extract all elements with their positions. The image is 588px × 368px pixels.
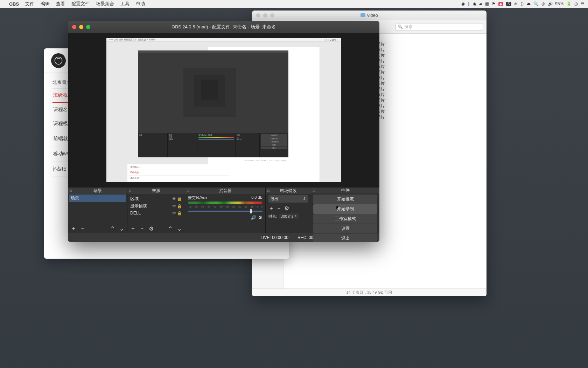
status-clock-icon[interactable]: ◷ — [574, 1, 578, 6]
source-add-icon[interactable]: ＋ — [130, 225, 136, 232]
status-volume-icon[interactable]: 🔊 — [548, 1, 553, 6]
eye-icon[interactable]: 👁 — [172, 204, 176, 209]
start-stream-button[interactable]: 开始推流 — [313, 195, 377, 204]
settings-button[interactable]: 设置 — [313, 224, 377, 233]
finder-title: video — [252, 13, 486, 18]
transition-gear-icon[interactable]: ⚙︎ — [284, 205, 289, 212]
status-live: LIVE: 00:00:00 — [260, 235, 288, 240]
source-item[interactable]: 区域👁🔒 — [130, 195, 182, 203]
panel-title-sources: 来源 — [152, 188, 160, 194]
battery-percent: 95% — [555, 1, 564, 6]
status-eject-icon[interactable]: ⏏ — [527, 1, 531, 6]
panel-transitions: ⊡转场特效 淡出⇕ ＋ － ⚙︎ 时长: 300 ms ⇕ — [266, 188, 311, 233]
status-wifi-icon[interactable]: ◎ — [541, 1, 545, 6]
transition-add-icon[interactable]: ＋ — [268, 205, 274, 212]
speaker-icon[interactable]: 🔊 — [251, 215, 256, 220]
status-search-icon[interactable]: 🔍 — [533, 1, 539, 6]
svg-point-0 — [55, 57, 62, 64]
menu-scene-collection[interactable]: 场景集合 — [96, 1, 114, 7]
status-grid-icon[interactable]: ▦ — [485, 1, 489, 6]
panel-title-scenes: 场景 — [93, 188, 102, 194]
menubar: OBS 文件 编辑 查看 配置文件 场景集合 工具 帮助 ◉ ᛒ ◉ ▰ ▦ ⚑… — [0, 0, 588, 8]
duration-spinner[interactable]: 300 ms ⇕ — [279, 213, 299, 219]
panel-title-controls: 控件 — [341, 188, 350, 193]
exit-button[interactable]: 退出 — [313, 234, 377, 242]
mixer-track: 麦克风/Aux — [188, 195, 207, 200]
scene-item[interactable]: 场景 — [69, 195, 126, 202]
duration-label: 时长: — [268, 214, 277, 219]
status-cc-icon[interactable]: ◉ — [473, 1, 476, 6]
obs-panels: ⊡场景 场景 ＋ － ⌃ ⌄ ⊡来源 区域👁🔒 显示捕获👁🔒 DELL👁🔒 — [68, 187, 379, 233]
panel-mixer: ⊡混音器 麦克风/Aux0.0 dB -60-55-50-45-40-35-30… — [185, 188, 266, 233]
status-brackets-icon[interactable]: ⟨⟩ — [520, 1, 524, 6]
scene-remove-icon[interactable]: － — [80, 225, 85, 232]
mixer-level: 0.0 dB — [251, 195, 262, 200]
status-flag-icon[interactable]: ⚑ — [492, 1, 496, 6]
menu-help[interactable]: 帮助 — [136, 1, 145, 7]
eye-icon[interactable]: 👁 — [172, 197, 176, 201]
battery-icon[interactable]: 🔋 — [566, 1, 572, 6]
folder-icon — [360, 13, 365, 17]
obs-title: OBS 24.0.6 (mac) - 配置文件: 未命名 - 场景: 未命名 — [68, 24, 379, 30]
lock-icon[interactable]: 🔒 — [177, 197, 182, 201]
mixer-gear-icon[interactable]: ⚙︎ — [258, 215, 262, 220]
scene-up-icon[interactable]: ⌃ — [110, 225, 115, 232]
chevron-updown-icon[interactable]: ⇕ — [294, 214, 297, 218]
eye-icon[interactable]: 👁 — [172, 211, 176, 216]
studio-mode-button[interactable]: 工作室模式 — [313, 214, 377, 224]
finder-titlebar[interactable]: video — [252, 11, 486, 20]
menu-tools[interactable]: 工具 — [120, 1, 130, 7]
scene-down-icon[interactable]: ⌄ — [119, 225, 124, 232]
obs-window: OBS 24.0.6 (mac) - 配置文件: 未命名 - 场景: 未命名 O… — [68, 21, 379, 242]
finder-search[interactable]: 搜索 — [396, 23, 483, 31]
source-item[interactable]: 显示捕获👁🔒 — [130, 203, 182, 210]
menu-edit[interactable]: 编辑 — [41, 1, 50, 7]
panel-controls: ⊡控件 开始推流 开始录制 工作室模式 设置 退出 — [311, 188, 379, 233]
volume-slider[interactable] — [188, 211, 262, 212]
status-obs-icon[interactable]: ◉ — [461, 1, 465, 6]
source-gear-icon[interactable]: ⚙︎ — [148, 225, 154, 232]
menu-view[interactable]: 查看 — [56, 1, 65, 7]
source-down-icon[interactable]: ⌄ — [176, 225, 182, 232]
start-record-button[interactable]: 开始录制 — [313, 204, 377, 214]
menu-file[interactable]: 文件 — [25, 1, 34, 7]
mixer-ticks: -60-55-50-45-40-35-30-25-20-15-10-50 — [188, 205, 262, 208]
transition-select[interactable]: 淡出⇕ — [268, 195, 308, 203]
obs-preview[interactable]: OBS 文件 编辑 查看 配置文件 场景集合 工具 帮助◉ ᛒ ◉ ▦ 95% … — [68, 33, 379, 187]
obs-titlebar[interactable]: OBS 24.0.6 (mac) - 配置文件: 未命名 - 场景: 未命名 — [68, 21, 379, 33]
source-remove-icon[interactable]: － — [139, 225, 145, 232]
lock-icon[interactable]: 🔒 — [177, 211, 182, 216]
status-asterisk-icon[interactable]: ✻ — [514, 1, 518, 6]
transition-remove-icon[interactable]: － — [276, 205, 282, 212]
status-list-icon[interactable]: ☰ — [581, 1, 584, 6]
status-app-icon[interactable]: ▰ — [479, 1, 482, 6]
preview-browser-mini: 北京顺义… 班级视频 课程名称: 课程模块 前端就业 移动web js基础 — [127, 164, 229, 182]
status-bluetooth-icon[interactable]: ᛒ — [468, 1, 470, 6]
status-s-icon[interactable]: S — [506, 2, 511, 6]
chevron-updown-icon: ⇕ — [303, 197, 306, 201]
audio-meter — [188, 202, 262, 204]
status-square-icon[interactable]: ◆ — [498, 2, 503, 6]
panel-sources: ⊡来源 区域👁🔒 显示捕获👁🔒 DELL👁🔒 ＋ － ⚙︎ ⌃ ⌄ — [127, 188, 185, 233]
panel-title-mixer: 混音器 — [219, 188, 232, 194]
source-up-icon[interactable]: ⌃ — [167, 225, 173, 232]
panel-scenes: ⊡场景 场景 ＋ － ⌃ ⌄ — [68, 188, 127, 233]
lock-icon[interactable]: 🔒 — [177, 204, 182, 209]
site-logo — [51, 53, 66, 68]
menu-profile[interactable]: 配置文件 — [71, 1, 90, 7]
panel-title-transition: 转场特效 — [280, 188, 297, 194]
scene-add-icon[interactable]: ＋ — [71, 225, 76, 232]
finder-footer: 14 个项目，35.49 GB 可用 — [252, 288, 486, 296]
menu-app[interactable]: OBS — [9, 1, 19, 7]
source-item[interactable]: DELL👁🔒 — [130, 210, 182, 216]
